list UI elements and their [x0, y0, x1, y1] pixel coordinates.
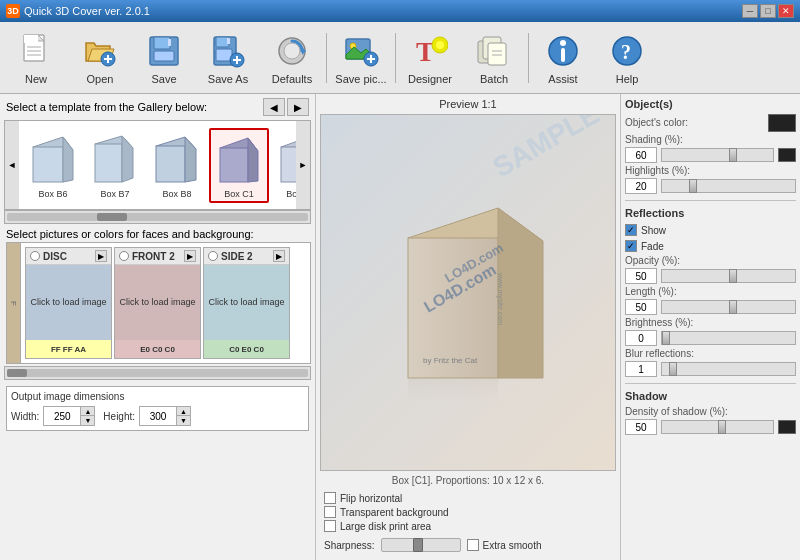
- shading-value-row: 60: [625, 147, 796, 163]
- output-height-input[interactable]: [140, 407, 176, 425]
- gallery-item-b6[interactable]: Box B6: [23, 128, 83, 203]
- svg-marker-51: [248, 138, 258, 182]
- open-button[interactable]: Open: [68, 25, 132, 91]
- highlights-value[interactable]: 20: [625, 178, 657, 194]
- face-front2-color[interactable]: E0 C0 C0: [115, 340, 200, 358]
- show-checkbox[interactable]: ✓: [625, 224, 637, 236]
- output-title: Output image dimensions: [11, 391, 304, 402]
- gallery-prev-button[interactable]: ◀: [263, 98, 285, 116]
- gallery-scrollbar-thumb[interactable]: [97, 213, 127, 221]
- gallery-next-button[interactable]: ▶: [287, 98, 309, 116]
- batch-label: Batch: [480, 73, 508, 85]
- sharpness-thumb[interactable]: [413, 538, 423, 552]
- output-height-spinner[interactable]: ▲ ▼: [139, 406, 191, 426]
- face-disc-preview[interactable]: Click to load image: [26, 265, 111, 340]
- face-scrollbar-track[interactable]: [7, 369, 308, 377]
- face-front2-nav[interactable]: ▶: [184, 250, 196, 262]
- brightness-thumb[interactable]: [662, 331, 670, 345]
- toolbar-separator-1: [326, 33, 327, 83]
- length-thumb[interactable]: [729, 300, 737, 314]
- assist-button[interactable]: Assist: [531, 25, 595, 91]
- blur-value[interactable]: 1: [625, 361, 657, 377]
- fade-checkbox[interactable]: ✓: [625, 240, 637, 252]
- output-width-field: Width: ▲ ▼: [11, 406, 95, 426]
- large-disk-row: Large disk print area: [324, 520, 612, 532]
- face-disc-nav[interactable]: ▶: [95, 250, 107, 262]
- minimize-button[interactable]: ─: [742, 4, 758, 18]
- batch-button[interactable]: Batch: [462, 25, 526, 91]
- transparent-bg-checkbox[interactable]: [324, 506, 336, 518]
- blur-thumb[interactable]: [669, 362, 677, 376]
- face-side2-load-text: Click to load image: [208, 296, 284, 309]
- brightness-row: Brightness (%): 0: [625, 317, 796, 346]
- window-controls[interactable]: ─ □ ✕: [742, 4, 794, 18]
- designer-button[interactable]: T Designer: [398, 25, 462, 91]
- gallery-scroll-left-button[interactable]: ◄: [5, 120, 19, 210]
- face-side2-nav[interactable]: ▶: [273, 250, 285, 262]
- output-fields: Width: ▲ ▼ Height: ▲: [11, 406, 304, 426]
- new-button[interactable]: New: [4, 25, 68, 91]
- highlights-track[interactable]: [661, 179, 796, 193]
- face-front2-radio[interactable]: [119, 251, 129, 261]
- gallery-item-b7-label: Box B7: [100, 189, 129, 199]
- face-side2-preview[interactable]: Click to load image: [204, 265, 289, 340]
- output-width-down[interactable]: ▼: [80, 416, 94, 425]
- highlights-thumb[interactable]: [689, 179, 697, 193]
- extra-smooth-checkbox[interactable]: [467, 539, 479, 551]
- gallery-item-b7[interactable]: Box B7: [85, 128, 145, 203]
- help-button[interactable]: ? Help: [595, 25, 659, 91]
- fade-row: ✓ Fade: [625, 240, 796, 252]
- gallery-nav[interactable]: ◀ ▶: [263, 98, 309, 116]
- face-scrollbar[interactable]: [4, 366, 311, 380]
- sharpness-slider[interactable]: [381, 538, 461, 552]
- savepic-button[interactable]: Save pic...: [329, 25, 393, 91]
- shading-value[interactable]: 60: [625, 147, 657, 163]
- face-item-side2: SIDE 2 ▶ Click to load image C0 E0 C0: [203, 247, 290, 359]
- face-disc-color[interactable]: FF FF AA: [26, 340, 111, 358]
- brightness-track[interactable]: [661, 331, 796, 345]
- flip-horizontal-checkbox[interactable]: [324, 492, 336, 504]
- gallery-scroll-right-button[interactable]: ►: [296, 120, 310, 210]
- output-width-input[interactable]: [44, 407, 80, 425]
- output-height-up[interactable]: ▲: [176, 407, 190, 416]
- face-side2-radio[interactable]: [208, 251, 218, 261]
- gallery-item-c1[interactable]: Box C1: [209, 128, 269, 203]
- face-disc-header: DISC ▶: [26, 248, 111, 265]
- saveas-button[interactable]: Save As: [196, 25, 260, 91]
- close-button[interactable]: ✕: [778, 4, 794, 18]
- face-front2-preview[interactable]: Click to load image: [115, 265, 200, 340]
- face-side2-color[interactable]: C0 E0 C0: [204, 340, 289, 358]
- length-value[interactable]: 50: [625, 299, 657, 315]
- gallery-scrollbar-track[interactable]: [7, 213, 308, 221]
- density-thumb[interactable]: [718, 420, 726, 434]
- brightness-value[interactable]: 0: [625, 330, 657, 346]
- maximize-button[interactable]: □: [760, 4, 776, 18]
- highlights-row: Highlights (%): 20: [625, 165, 796, 194]
- face-disc-radio[interactable]: [30, 251, 40, 261]
- large-disk-checkbox[interactable]: [324, 520, 336, 532]
- opacity-thumb[interactable]: [729, 269, 737, 283]
- defaults-button[interactable]: Defaults: [260, 25, 324, 91]
- length-track[interactable]: [661, 300, 796, 314]
- opacity-value[interactable]: 50: [625, 268, 657, 284]
- density-value[interactable]: 50: [625, 419, 657, 435]
- opacity-track[interactable]: [661, 269, 796, 283]
- object-color-swatch[interactable]: [768, 114, 796, 132]
- shading-dark-swatch[interactable]: [778, 148, 796, 162]
- toolbar-separator-2: [395, 33, 396, 83]
- save-button[interactable]: Save: [132, 25, 196, 91]
- output-width-spinner[interactable]: ▲ ▼: [43, 406, 95, 426]
- shading-track[interactable]: [661, 148, 774, 162]
- shading-thumb[interactable]: [729, 148, 737, 162]
- gallery-scrollbar[interactable]: [4, 210, 311, 224]
- output-height-down[interactable]: ▼: [176, 416, 190, 425]
- density-track[interactable]: [661, 420, 774, 434]
- svg-rect-53: [281, 147, 296, 182]
- output-width-up[interactable]: ▲: [80, 407, 94, 416]
- density-dark-swatch[interactable]: [778, 420, 796, 434]
- blur-track[interactable]: [661, 362, 796, 376]
- gallery-item-c2[interactable]: Box C2: [271, 128, 296, 203]
- face-scrollbar-thumb[interactable]: [7, 369, 27, 377]
- gallery-item-b8[interactable]: Box B8: [147, 128, 207, 203]
- output-width-label: Width:: [11, 411, 39, 422]
